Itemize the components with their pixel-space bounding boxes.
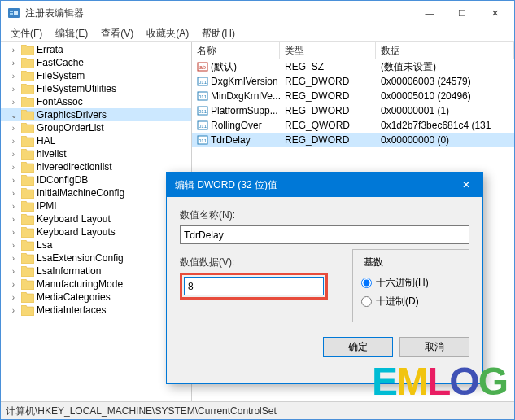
tree-item[interactable]: ›MediaCategories [1,291,191,304]
list-row[interactable]: ab(默认)REG_SZ(数值未设置) [192,59,514,74]
expander-icon[interactable]: › [9,72,18,81]
cell-name: 011PlatformSupp... [192,104,280,117]
expander-icon[interactable]: › [9,241,18,250]
tree-item[interactable]: ›FontAssoc [1,95,191,108]
expander-icon[interactable]: › [9,202,18,211]
window-title: 注册表编辑器 [25,7,413,20]
expander-icon[interactable]: › [9,293,18,302]
radio-hex-input[interactable] [361,278,372,288]
menu-favorites[interactable]: 收藏夹(A) [140,25,195,41]
tree-item[interactable]: ›IPMI [1,199,191,212]
tree-view[interactable]: ›Errata›FastCache›FileSystem›FileSystemU… [1,42,192,401]
tree-item[interactable]: ›Keyboard Layouts [1,225,191,238]
tree-label: IPMI [37,200,57,212]
cancel-button[interactable]: 取消 [399,337,469,357]
list-row[interactable]: 011RollingOverREG_QWORD0x1d2b7f3bec681c4… [192,118,514,133]
radio-dec[interactable]: 十进制(D) [361,295,460,308]
expander-icon[interactable]: › [9,98,18,107]
expander-icon[interactable]: › [9,306,18,315]
maximize-button[interactable]: ☐ [446,2,478,24]
expander-icon[interactable]: › [9,137,18,146]
dialog-title: 编辑 DWORD (32 位)值 [175,178,450,192]
tree-label: MediaCategories [37,291,111,303]
tree-item[interactable]: ›FileSystem [1,69,191,82]
radio-dec-input[interactable] [361,296,372,307]
column-data[interactable]: 数据 [376,42,514,59]
tree-item[interactable]: ›Errata [1,43,191,56]
expander-icon[interactable]: › [9,124,18,133]
tree-label: MediaInterfaces [37,304,106,316]
tree-item[interactable]: ›IDConfigDB [1,173,191,186]
window-controls: — ☐ ✕ [413,2,511,24]
cell-data: 0x00006003 (24579) [376,75,514,88]
svg-text:011: 011 [199,138,207,143]
menubar: 文件(F) 编辑(E) 查看(V) 收藏夹(A) 帮助(H) [1,25,514,42]
tree-item[interactable]: ›Keyboard Layout [1,212,191,225]
tree-item[interactable]: ›HAL [1,134,191,147]
column-type[interactable]: 类型 [280,42,376,59]
base-fieldset: 基数 十六进制(H) 十进制(D) [352,249,469,322]
menu-file[interactable]: 文件(F) [4,25,49,41]
expander-icon[interactable]: › [9,267,18,276]
tree-item[interactable]: ›FileSystemUtilities [1,82,191,95]
highlight-annotation [180,273,328,300]
expander-icon[interactable]: › [9,150,18,159]
tree-item[interactable]: ›FastCache [1,56,191,69]
tree-label: LsaExtensionConfig [37,252,124,264]
tree-item[interactable]: ›hiveredirectionlist [1,160,191,173]
value-data-input[interactable] [184,277,324,295]
tree-label: Lsa [37,239,52,251]
svg-text:ab: ab [199,64,206,70]
tree-item[interactable]: ›Lsa [1,238,191,252]
expander-icon[interactable]: › [9,228,18,237]
svg-text:011: 011 [199,124,207,129]
expander-icon[interactable]: › [9,176,18,185]
menu-edit[interactable]: 编辑(E) [49,25,94,41]
regedit-icon [7,7,20,20]
ok-button[interactable]: 确定 [323,337,393,357]
list-row[interactable]: 011PlatformSupp...REG_DWORD0x00000001 (1… [192,103,514,118]
radio-hex[interactable]: 十六进制(H) [361,276,460,290]
tree-item[interactable]: ›MediaInterfaces [1,304,191,317]
tree-item[interactable]: ›hivelist [1,147,191,160]
expander-icon[interactable]: › [9,189,18,198]
menu-view[interactable]: 查看(V) [94,25,140,41]
expander-icon[interactable]: › [9,215,18,224]
cell-data: (数值未设置) [376,59,514,75]
dialog-close-button[interactable]: ✕ [450,173,482,197]
list-row[interactable]: 011TdrDelayREG_DWORD0x00000000 (0) [192,133,514,147]
list-row[interactable]: 011MinDxgKrnlVe...REG_DWORD0x00005010 (2… [192,89,514,103]
svg-rect-3 [14,11,18,15]
radio-dec-label: 十进制(D) [376,295,419,308]
tree-item[interactable]: ›ManufacturingMode [1,278,191,291]
tree-label: FileSystemUtilities [37,83,116,94]
tree-label: GroupOrderList [37,122,104,133]
list-row[interactable]: 011DxgKrnlVersionREG_DWORD0x00006003 (24… [192,74,514,89]
minimize-button[interactable]: — [413,2,446,24]
svg-text:011: 011 [199,94,207,99]
tree-item[interactable]: ⌄GraphicsDrivers [1,108,191,121]
expander-icon[interactable]: › [9,59,18,68]
cell-type: REG_SZ [280,60,376,73]
tree-item[interactable]: ›InitialMachineConfig [1,186,191,199]
value-name-input[interactable] [180,225,469,244]
menu-help[interactable]: 帮助(H) [195,25,242,41]
expander-icon[interactable]: › [9,280,18,289]
close-button[interactable]: ✕ [478,2,511,24]
expander-icon[interactable]: ⌄ [9,111,18,120]
cell-type: REG_QWORD [280,119,376,132]
expander-icon[interactable]: › [9,163,18,172]
column-name[interactable]: 名称 [192,42,280,59]
expander-icon[interactable]: › [9,46,18,55]
tree-item[interactable]: ›LsaExtensionConfig [1,252,191,265]
titlebar: 注册表编辑器 — ☐ ✕ [1,1,514,25]
svg-rect-2 [10,13,13,15]
expander-icon[interactable]: › [9,254,18,263]
tree-item[interactable]: ›LsaInformation [1,265,191,278]
edit-dword-dialog: 编辑 DWORD (32 位)值 ✕ 数值名称(N): 数值数据(V): 基数 … [166,172,483,384]
cell-type: REG_DWORD [280,133,376,147]
expander-icon[interactable]: › [9,85,18,94]
dialog-titlebar[interactable]: 编辑 DWORD (32 位)值 ✕ [167,173,482,197]
tree-item[interactable]: ›GroupOrderList [1,121,191,134]
tree-label: FastCache [37,57,84,68]
